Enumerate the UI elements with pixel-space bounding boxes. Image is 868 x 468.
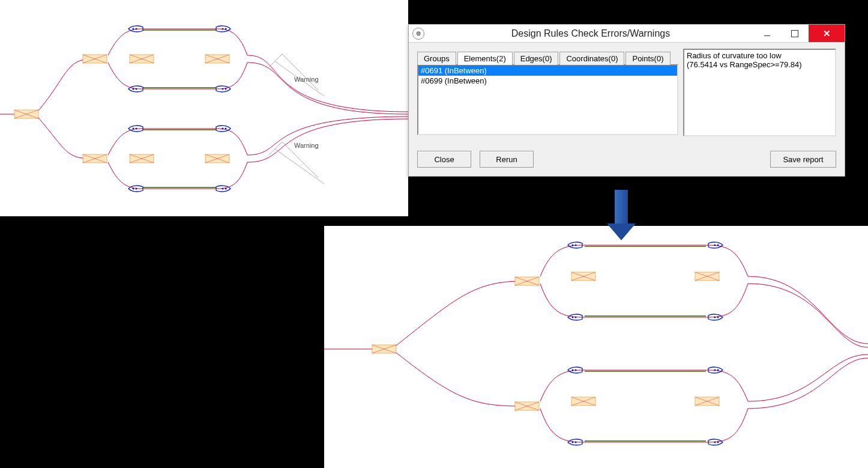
svg-line-12 xyxy=(269,54,282,67)
rerun-button[interactable]: Rerun xyxy=(480,151,534,168)
app-icon: ⊚ xyxy=(412,28,424,40)
schematic-bottom-right-svg xyxy=(324,226,868,468)
maximize-button[interactable] xyxy=(781,25,809,42)
detail-line: (76.5414 vs RangeSpec>=79.84) xyxy=(687,60,833,69)
svg-line-13 xyxy=(282,54,318,90)
tab-points[interactable]: Points(0) xyxy=(625,52,670,65)
save-report-button[interactable]: Save report xyxy=(770,151,836,168)
drc-dialog: ⊚ Design Rules Check Errors/Warnings ✕ G… xyxy=(408,24,845,177)
elements-listbox[interactable]: #0691 (InBetween) #0699 (InBetween) xyxy=(417,64,678,135)
minimize-button[interactable] xyxy=(753,25,781,42)
detail-box: Radius of curvature too low (76.5414 vs … xyxy=(683,49,836,136)
tab-groups[interactable]: Groups xyxy=(417,52,456,65)
dialog-title: Design Rules Check Errors/Warnings xyxy=(428,28,753,39)
titlebar[interactable]: ⊚ Design Rules Check Errors/Warnings ✕ xyxy=(409,25,845,43)
close-button[interactable]: Close xyxy=(417,151,471,168)
list-item[interactable]: #0699 (InBetween) xyxy=(418,76,677,86)
list-item[interactable]: #0691 (InBetween) xyxy=(418,65,677,76)
dialog-body: Groups Elements(2) Edges(0) Coordinates(… xyxy=(409,43,845,176)
svg-line-17 xyxy=(275,149,324,184)
tab-edges[interactable]: Edges(0) xyxy=(514,52,559,65)
warning-label-2: Warning xyxy=(294,142,319,149)
tab-elements[interactable]: Elements(2) xyxy=(457,52,513,65)
detail-line: Radius of curvature too low xyxy=(687,51,833,60)
tab-coordinates[interactable]: Coordinates(0) xyxy=(559,52,624,65)
tabstrip: Groups Elements(2) Edges(0) Coordinates(… xyxy=(417,49,678,64)
schematic-panel-top-left: Warning Warning xyxy=(0,0,408,216)
schematic-top-left-svg xyxy=(0,0,408,216)
close-window-button[interactable]: ✕ xyxy=(809,25,845,42)
warning-label-1: Warning xyxy=(294,76,319,83)
schematic-panel-bottom-right xyxy=(324,226,868,468)
flow-arrow-icon xyxy=(615,190,636,240)
